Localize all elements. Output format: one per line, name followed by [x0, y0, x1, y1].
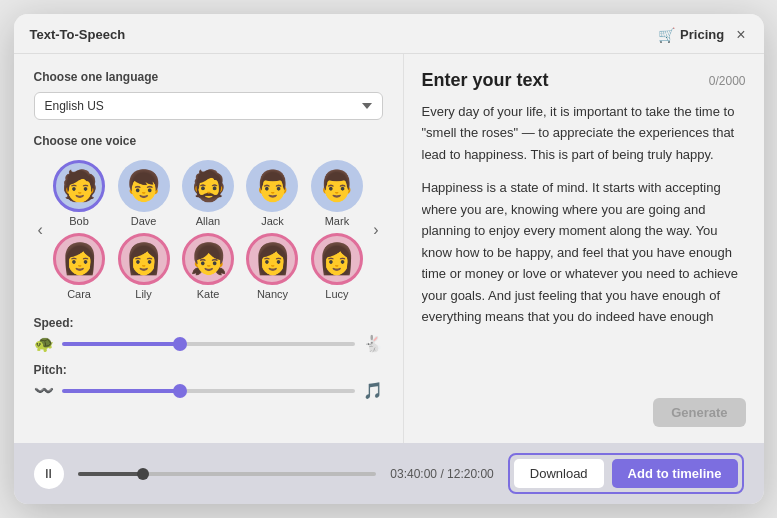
- pitch-high-icon: 🎵: [363, 381, 383, 400]
- speed-label: Speed:: [34, 316, 383, 330]
- voice-item-mark[interactable]: 👨 Mark: [307, 160, 367, 227]
- language-select[interactable]: English US: [34, 92, 383, 120]
- voice-name-nancy: Nancy: [257, 288, 288, 300]
- voice-name-cara: Cara: [67, 288, 91, 300]
- progress-fill: [78, 472, 144, 476]
- voice-name-jack: Jack: [261, 215, 284, 227]
- main-content: Choose one language English US Choose on…: [14, 54, 764, 443]
- voice-name-bob: Bob: [69, 215, 89, 227]
- voice-section: Choose one voice ‹ 🧑 Bob �: [34, 134, 383, 304]
- voice-name-lucy: Lucy: [325, 288, 348, 300]
- cart-icon: 🛒: [658, 27, 675, 43]
- text-header: Enter your text 0/2000: [422, 70, 746, 91]
- char-count: 0/2000: [709, 74, 746, 88]
- text-paragraph-2: Happiness is a state of mind. It starts …: [422, 177, 746, 327]
- voice-avatar-jack: 👨: [246, 160, 298, 212]
- voice-item-allan[interactable]: 🧔 Allan: [178, 160, 238, 227]
- speed-slow-icon: 🐢: [34, 334, 54, 353]
- audio-progress-bar[interactable]: [78, 472, 377, 476]
- voice-avatar-kate: 👧: [182, 233, 234, 285]
- voice-name-kate: Kate: [197, 288, 220, 300]
- pitch-low-icon: 〰️: [34, 381, 54, 400]
- generate-button[interactable]: Generate: [653, 398, 745, 427]
- download-button[interactable]: Download: [514, 459, 604, 488]
- text-area-wrapper[interactable]: Every day of your life, it is important …: [422, 101, 746, 388]
- voice-name-allan: Allan: [196, 215, 220, 227]
- title-bar-actions: 🛒 Pricing ×: [658, 27, 747, 43]
- speed-control: Speed: 🐢 🐇: [34, 316, 383, 353]
- voice-item-cara[interactable]: 👩 Cara: [49, 233, 109, 300]
- add-to-timeline-button[interactable]: Add to timeline: [612, 459, 738, 488]
- right-panel: Enter your text 0/2000 Every day of your…: [404, 54, 764, 443]
- next-voice-button[interactable]: ›: [369, 221, 382, 239]
- prev-voice-button[interactable]: ‹: [34, 221, 47, 239]
- voice-avatar-lucy: 👩: [311, 233, 363, 285]
- voice-item-kate[interactable]: 👧 Kate: [178, 233, 238, 300]
- pitch-control: Pitch: 〰️ 🎵: [34, 363, 383, 400]
- progress-thumb: [137, 468, 149, 480]
- voice-grid: 🧑 Bob 👦 Dave 🧔: [47, 156, 369, 304]
- app-title: Text-To-Speech: [30, 27, 126, 42]
- close-button[interactable]: ×: [734, 27, 747, 43]
- pitch-label: Pitch:: [34, 363, 383, 377]
- pitch-slider-row: 〰️ 🎵: [34, 381, 383, 400]
- pause-icon: ⏸: [42, 466, 55, 481]
- speed-slider-row: 🐢 🐇: [34, 334, 383, 353]
- bottom-actions: Download Add to timeline: [508, 453, 744, 494]
- voice-avatar-dave: 👦: [118, 160, 170, 212]
- bottom-bar: ⏸ 03:40:00 / 12:20:00 Download Add to ti…: [14, 443, 764, 504]
- voice-avatar-lily: 👩: [118, 233, 170, 285]
- voice-avatar-nancy: 👩: [246, 233, 298, 285]
- voice-item-nancy[interactable]: 👩 Nancy: [242, 233, 302, 300]
- text-content: Every day of your life, it is important …: [422, 101, 746, 327]
- title-bar: Text-To-Speech 🛒 Pricing ×: [14, 14, 764, 54]
- left-panel: Choose one language English US Choose on…: [14, 54, 404, 443]
- text-paragraph-1: Every day of your life, it is important …: [422, 101, 746, 165]
- voice-avatar-mark: 👨: [311, 160, 363, 212]
- play-pause-button[interactable]: ⏸: [34, 459, 64, 489]
- text-area-title: Enter your text: [422, 70, 549, 91]
- time-display: 03:40:00 / 12:20:00: [390, 467, 493, 481]
- speed-slider[interactable]: [62, 342, 355, 346]
- voice-name-mark: Mark: [325, 215, 349, 227]
- modal-window: Text-To-Speech 🛒 Pricing × Choose one la…: [14, 14, 764, 504]
- voice-label: Choose one voice: [34, 134, 383, 148]
- controls-section: Speed: 🐢 🐇 Pitch: 〰️ 🎵: [34, 316, 383, 400]
- voice-item-bob[interactable]: 🧑 Bob: [49, 160, 109, 227]
- speed-fast-icon: 🐇: [363, 334, 383, 353]
- voice-avatar-bob: 🧑: [53, 160, 105, 212]
- voice-item-lucy[interactable]: 👩 Lucy: [307, 233, 367, 300]
- voice-name-dave: Dave: [131, 215, 157, 227]
- voice-item-lily[interactable]: 👩 Lily: [113, 233, 173, 300]
- voice-avatar-allan: 🧔: [182, 160, 234, 212]
- language-label: Choose one language: [34, 70, 383, 84]
- pricing-button[interactable]: 🛒 Pricing: [658, 27, 724, 43]
- pitch-slider[interactable]: [62, 389, 355, 393]
- voice-item-jack[interactable]: 👨 Jack: [242, 160, 302, 227]
- voice-name-lily: Lily: [135, 288, 152, 300]
- voice-avatar-cara: 👩: [53, 233, 105, 285]
- voice-item-dave[interactable]: 👦 Dave: [113, 160, 173, 227]
- voice-grid-wrapper: ‹ 🧑 Bob 👦 Dave: [34, 156, 383, 304]
